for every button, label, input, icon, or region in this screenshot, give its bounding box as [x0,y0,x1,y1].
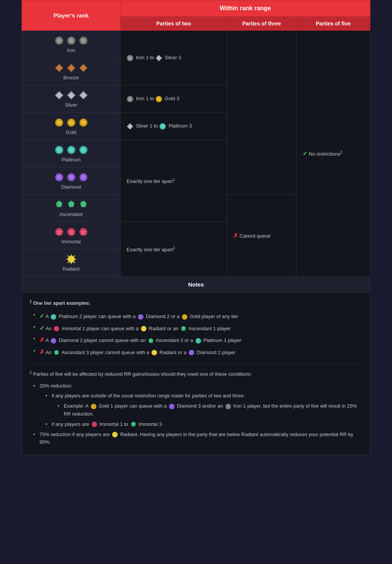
svg-marker-25 [127,123,133,129]
note-item-2: ✓ An Immortal 1 player can queue with a … [33,323,362,333]
silver-icon-3 [78,90,89,101]
svg-point-61 [54,326,59,331]
rank-name-bronze: Bronze [25,75,117,80]
svg-marker-12 [55,91,63,99]
svg-point-64 [51,338,56,343]
bronze-icon-3 [78,63,89,73]
exactly-one-tier-text-2: Exactly one tier apart1 [127,247,175,252]
svg-marker-10 [67,64,75,72]
silver-inline-icon-2 [127,123,136,129]
rank-table: Player's rank Within rank range Parties … [22,0,370,455]
platinum-inline-icon [159,123,169,129]
footnote1-list: ✓ A Platinum 2 player can queue with a D… [30,311,362,357]
iron-icon-1 [54,35,64,46]
svg-point-3 [69,38,74,43]
immortal-inline-icon-1 [53,326,60,332]
reduction-25-sub2: if any players are Immortal 1 to Immorta… [45,421,362,429]
reduction-75-item: 75% reduction if any players are Radiant… [33,431,362,447]
gold-icon-2 [66,117,77,128]
svg-point-71 [169,404,174,409]
gold-inline-icon [155,96,165,101]
silver-range-text-1: Iron 1 to [136,96,155,101]
svg-point-66 [196,338,201,343]
svg-marker-40 [56,201,62,207]
immortal-icon-1 [54,227,64,237]
svg-point-20 [57,120,61,125]
rank-name-silver: Silver [25,102,117,108]
rank-diamond: Diamond [22,167,121,195]
ascendant-inline-icon-3 [53,350,60,356]
diamond-inline-icon-1 [138,314,144,320]
immortal-radiant-three-cell: ✗ Cannot queue [227,195,296,277]
rank-name-immortal: Immortal [25,239,117,244]
svg-point-33 [81,148,86,152]
iron-bronze-two-cell: Iron 1 to Silver 3 [121,31,227,85]
svg-point-58 [51,314,56,320]
svg-point-70 [91,404,96,409]
svg-point-35 [57,175,61,180]
platinum-icon-3 [78,145,89,155]
platinum-icon-2 [66,145,77,155]
rank-silver: Silver [22,85,121,113]
svg-point-24 [81,120,86,125]
svg-line-55 [74,262,75,263]
radiant-inline-icon-1 [141,326,147,332]
silver-icon-2 [66,90,77,101]
silver-range-text-2: Gold 3 [165,96,179,101]
iron-icon-2 [66,35,77,46]
svg-point-72 [226,404,231,409]
no-restrictions-check: ✓ [303,150,307,157]
no-restrictions-text: No restrictions2 [309,151,342,157]
platinum-icon-1 [54,145,64,155]
rank-radiant: Radiant [22,249,121,277]
ascendant-inline-icon-1 [180,326,187,332]
iron-inline-icon [127,55,136,60]
footnote2-header: 2 Parties of five will be affected by re… [30,370,362,378]
svg-marker-14 [80,91,87,99]
svg-point-37 [69,175,74,180]
rank-name-diamond: Diamond [25,184,117,190]
bronze-icon-2 [66,63,77,73]
immortal-radiant-two-cell: Exactly one tier apart1 [121,222,227,277]
svg-point-18 [157,97,161,101]
check-icon-1: ✓ [39,313,44,319]
rank-name-ascendant: Ascendant [25,211,117,217]
reduction-25-item: 25% reduction: if any players are outsid… [33,382,362,429]
iron-inline-icon-2 [127,96,136,101]
diamond-inline-icon-4 [169,403,175,410]
iron-range-text-1: Iron 1 to [136,55,155,60]
svg-line-54 [67,255,69,257]
notes-row: Notes [22,277,370,293]
cannot-queue-text: Cannot queue [240,233,271,239]
gold-two-cell: Silver 1 to Platinum 3 [121,113,227,140]
diamond-inline-icon-2 [50,338,56,344]
svg-point-5 [81,38,86,43]
plat-dia-asc-two-cell: Exactly one tier apart1 [121,140,227,222]
notes-header: Notes [22,277,370,293]
reduction-25-sub1: if any players are outside of the usual … [45,392,362,418]
svg-marker-11 [80,64,87,72]
gold-icon-3 [78,117,89,128]
rank-name-gold: Gold [25,129,117,135]
footnote1-header: 1 One tier apart examples: [30,299,362,307]
rank-iron: Iron [22,31,121,58]
rank-gold: Gold [22,113,121,140]
note-item-1: ✓ A Platinum 2 player can queue with a D… [33,311,362,321]
within-rank-range-header: Within rank range [121,0,370,17]
silver-inline-icon-1 [155,55,165,60]
radiant-inline-icon-2 [151,350,157,356]
notes-content-row: 1 One tier apart examples: ✓ A Platinum … [22,293,370,455]
player-rank-header: Player's rank [22,0,121,31]
rank-name-iron: Iron [25,47,117,53]
ascendant-icon-1 [54,199,64,210]
notes-content: 1 One tier apart examples: ✓ A Platinum … [22,293,370,455]
svg-marker-8 [156,55,162,61]
immortal-inline-icon-3 [130,421,136,427]
immortal-inline-icon-2 [91,421,97,427]
svg-point-59 [138,314,143,320]
svg-point-68 [152,350,157,355]
svg-point-1 [57,38,61,43]
iron-inline-icon-3 [225,403,231,410]
svg-point-75 [112,432,118,437]
silver-icon-1 [54,90,64,101]
